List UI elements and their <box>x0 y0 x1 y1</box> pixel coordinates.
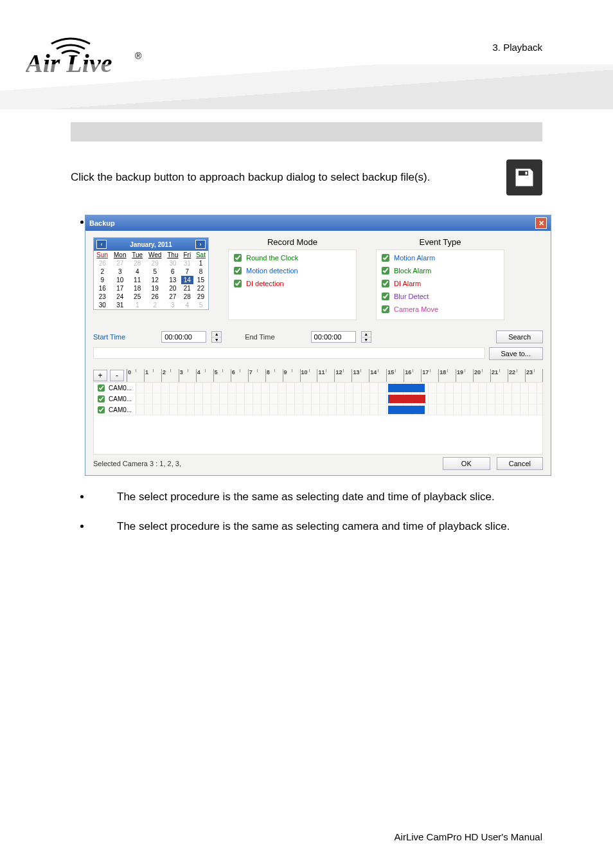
calendar-day[interactable]: 22 <box>193 284 208 293</box>
calendar-day[interactable]: 8 <box>193 267 208 276</box>
calendar-day[interactable]: 30 <box>164 259 181 267</box>
checkbox-item[interactable]: Motion detection <box>231 264 353 277</box>
zoom-in-button[interactable]: + <box>93 370 107 381</box>
calendar-day[interactable]: 17 <box>111 284 129 293</box>
calendar-day[interactable]: 1 <box>129 301 145 309</box>
calendar-day[interactable]: 12 <box>145 276 164 284</box>
camera-label: CAM0... <box>109 406 132 413</box>
record-mode-list: Round the ClockMotion detectionDI detect… <box>228 249 357 320</box>
calendar-day[interactable]: 10 <box>111 276 129 284</box>
start-time-spinner[interactable]: ▲▼ <box>211 331 222 343</box>
calendar-day[interactable]: 28 <box>129 259 145 267</box>
calendar-day[interactable]: 31 <box>181 259 193 267</box>
calendar-day[interactable]: 1 <box>193 259 208 267</box>
checkbox[interactable] <box>234 267 242 275</box>
checkbox[interactable] <box>382 280 389 287</box>
calendar-day[interactable]: 4 <box>129 267 145 276</box>
save-to-button[interactable]: Save to... <box>489 347 543 360</box>
search-button[interactable]: Search <box>496 330 543 343</box>
calendar-day[interactable]: 11 <box>129 276 145 284</box>
cancel-button[interactable]: Cancel <box>497 457 543 470</box>
timeline-ruler[interactable]: 01234567891011121314151617181920212223 <box>127 369 543 382</box>
camera-track[interactable] <box>136 404 542 415</box>
calendar-day[interactable]: 28 <box>181 293 193 301</box>
checkbox-item[interactable]: DI detection <box>231 277 353 290</box>
calendar[interactable]: ‹ January, 2011 › SunMonTueWedThuFriSat2… <box>93 237 209 310</box>
calendar-day[interactable]: 19 <box>145 284 164 293</box>
calendar-day[interactable]: 27 <box>111 259 129 267</box>
ruler-hour: 14 <box>369 369 387 382</box>
checkbox[interactable] <box>234 280 242 287</box>
calendar-day[interactable]: 5 <box>145 267 164 276</box>
camera-checkbox[interactable] <box>98 406 105 413</box>
ruler-hour: 20 <box>474 369 491 382</box>
calendar-day[interactable]: 20 <box>164 284 181 293</box>
checkbox-item[interactable]: Block Alarm <box>379 264 501 277</box>
calendar-day[interactable]: 5 <box>193 301 208 309</box>
calendar-day[interactable]: 16 <box>94 284 111 293</box>
checkbox-item[interactable]: Blur Detect <box>379 290 501 303</box>
camera-timeline[interactable]: CAM0...CAM0...CAM0... <box>93 382 543 455</box>
event-type-list: Motion AlarmBlock AlarmDI AlarmBlur Dete… <box>376 249 504 320</box>
camera-row[interactable]: CAM0... <box>94 383 542 393</box>
camera-checkbox[interactable] <box>98 384 105 392</box>
calendar-day[interactable]: 29 <box>145 259 164 267</box>
calendar-day[interactable]: 15 <box>193 276 208 284</box>
checkbox-item[interactable]: Motion Alarm <box>379 251 501 264</box>
calendar-day[interactable]: 18 <box>129 284 145 293</box>
ok-button[interactable]: OK <box>443 457 490 470</box>
checkbox-item[interactable]: DI Alarm <box>379 277 501 290</box>
camera-row[interactable]: CAM0... <box>94 404 542 415</box>
calendar-day[interactable]: 2 <box>94 267 111 276</box>
checkbox-label: Camera Move <box>394 305 438 313</box>
camera-track[interactable] <box>136 383 542 393</box>
camera-checkbox[interactable] <box>98 395 105 402</box>
header-decoration <box>0 64 613 109</box>
camera-label: CAM0... <box>109 395 132 402</box>
calendar-day[interactable]: 2 <box>145 301 164 309</box>
calendar-day[interactable]: 21 <box>181 284 193 293</box>
cal-next-button[interactable]: › <box>195 240 206 249</box>
calendar-day[interactable]: 29 <box>193 293 208 301</box>
cal-prev-button[interactable]: ‹ <box>96 240 107 249</box>
zoom-out-button[interactable]: - <box>110 370 124 381</box>
calendar-day[interactable]: 27 <box>164 293 181 301</box>
checkbox-item[interactable]: Round the Clock <box>231 251 353 264</box>
calendar-day[interactable]: 26 <box>94 259 111 267</box>
ruler-hour: 19 <box>456 369 474 382</box>
calendar-day[interactable]: 4 <box>181 301 193 309</box>
calendar-day[interactable]: 9 <box>94 276 111 284</box>
checkbox-label: Motion detection <box>246 267 298 275</box>
ruler-hour: 2 <box>162 369 179 382</box>
calendar-day[interactable]: 26 <box>145 293 164 301</box>
ruler-hour: 10 <box>301 369 318 382</box>
camera-row[interactable]: CAM0... <box>94 393 542 404</box>
svg-text:®: ® <box>135 51 142 61</box>
calendar-day[interactable]: 7 <box>181 267 193 276</box>
calendar-day[interactable]: 14 <box>181 276 193 284</box>
camera-track[interactable] <box>136 393 542 404</box>
ruler-hour: 15 <box>387 369 404 382</box>
backup-dialog: Backup ✕ ‹ January, 2011 › SunMonTueWedT… <box>85 215 551 476</box>
calendar-day[interactable]: 3 <box>111 267 129 276</box>
calendar-day[interactable]: 30 <box>94 301 111 309</box>
end-time-input[interactable]: 00:00:00 <box>311 331 356 343</box>
close-icon[interactable]: ✕ <box>535 217 547 229</box>
checkbox[interactable] <box>382 305 389 313</box>
checkbox[interactable] <box>234 254 242 262</box>
calendar-day[interactable]: 13 <box>164 276 181 284</box>
checkbox-item[interactable]: Camera Move <box>379 303 501 316</box>
checkbox[interactable] <box>382 254 389 262</box>
end-time-spinner[interactable]: ▲▼ <box>361 331 371 343</box>
calendar-day[interactable]: 6 <box>164 267 181 276</box>
calendar-day[interactable]: 3 <box>164 301 181 309</box>
calendar-day[interactable]: 25 <box>129 293 145 301</box>
checkbox[interactable] <box>382 267 389 275</box>
calendar-day[interactable]: 23 <box>94 293 111 301</box>
calendar-day[interactable]: 31 <box>111 301 129 309</box>
checkbox-label: DI Alarm <box>394 280 421 287</box>
start-time-input[interactable]: 00:00:00 <box>161 331 206 343</box>
checkbox[interactable] <box>382 293 389 300</box>
save-path-input[interactable] <box>93 347 485 359</box>
calendar-day[interactable]: 24 <box>111 293 129 301</box>
